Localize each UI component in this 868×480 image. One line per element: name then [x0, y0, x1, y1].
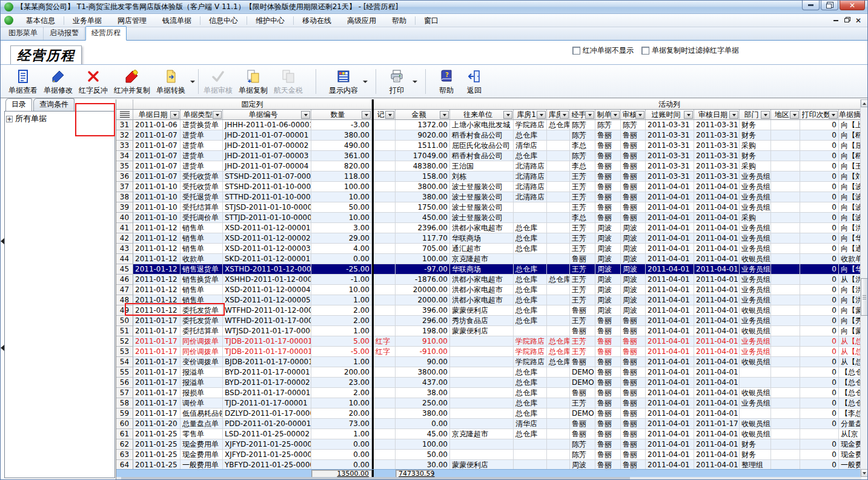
grid-row-37[interactable]: 372011-01-10受托收货单STSHD-2011-01-10-000011… [116, 182, 861, 192]
menu-item-5[interactable]: 信息中心 [201, 14, 246, 27]
column-header-no[interactable]: 单据编号 [223, 110, 311, 120]
grid-row-40[interactable]: 402011-01-10受托调价单STTJD-2011-01-10-000011… [116, 213, 861, 223]
filter-button-qty[interactable] [362, 111, 371, 119]
grid-row-50[interactable]: 502011-01-17委托发货单WTFHD-2011-01-17-000012… [116, 316, 861, 326]
grid-row-61[interactable]: 612011-01-25零售单LSD-2011-01-25-000021.004… [116, 429, 861, 439]
toolbar-button-doc-view[interactable]: 单据查看 [5, 67, 41, 96]
filter-button-partner[interactable] [503, 111, 512, 119]
column-header-prints[interactable]: 打印次数 [800, 110, 839, 120]
menu-item-10[interactable]: 窗口 [416, 14, 446, 27]
grid-row-49[interactable]: 492011-01-12委托发货单WTFHD-2011-01-12-000012… [116, 305, 861, 316]
column-header-date[interactable]: 单据日期 [133, 110, 181, 120]
close-button[interactable]: ✕ [840, 1, 865, 10]
grid-row-41[interactable]: 412011-01-12销售单XSD-2011-01-12-000013.002… [116, 223, 861, 233]
mdi-restore-icon[interactable] [844, 18, 849, 22]
column-header-region[interactable]: 地区 [771, 110, 800, 120]
menu-item-9[interactable]: 帮助 [384, 14, 414, 27]
grid-row-58[interactable]: 582011-01-17调价单TJD-2011-01-17-0000110.00… [116, 398, 861, 408]
menu-item-3[interactable]: 网店管理 [110, 14, 154, 27]
scroll-up-button[interactable] [861, 99, 868, 107]
column-header-audit[interactable]: 审核日期 [694, 110, 740, 120]
scroll-down-button[interactable] [861, 469, 868, 477]
filter-button-flag[interactable] [385, 111, 394, 119]
column-header-handler[interactable]: 经手人 [570, 110, 595, 120]
horizontal-scrollbar-thumb[interactable] [121, 477, 630, 479]
option-hide-reversed-docs[interactable]: 红冲单据不显示 [572, 45, 634, 56]
filter-button-auditor[interactable] [635, 111, 644, 119]
sidebar-tab-1[interactable]: 目录 [5, 98, 32, 111]
dropdown-caret-icon[interactable] [188, 67, 196, 96]
column-header-amt[interactable]: 金额 [396, 110, 450, 120]
filter-button-maker[interactable] [611, 111, 620, 119]
grid-row-36[interactable]: 362011-01-07受托收货单STSHD-2011-01-07-000011… [116, 172, 861, 182]
menu-item-6[interactable]: 维护中心 [248, 14, 293, 27]
grid-row-33[interactable]: 332011-01-07进货单JHD-2011-01-07-00002490.0… [116, 141, 861, 151]
column-header-type[interactable]: 单据类型 [181, 110, 223, 120]
grid-row-60[interactable]: 602011-01-20总量盘点单PDD-2011-01-20-0000173.… [116, 419, 861, 429]
toolbar-button-return-door[interactable]: 返回 [460, 67, 488, 96]
sidebar-tab-2[interactable]: 查询条件 [33, 98, 75, 111]
filter-button-post[interactable] [684, 111, 693, 119]
column-header-partner[interactable]: 往来单位 [450, 110, 514, 120]
toolbar-button-grid-content[interactable]: 显示内容 [326, 67, 361, 96]
mdi-minimize-icon[interactable] [833, 20, 838, 21]
filter-button-date[interactable] [170, 111, 179, 119]
mdi-close-icon[interactable]: ✕ [855, 18, 861, 24]
splitter-arrow-icon[interactable] [1, 345, 4, 351]
grid-row-43[interactable]: 432011-01-12销售单XSD-2011-01-12-000034.007… [116, 244, 861, 254]
grid-row-46[interactable]: 462011-01-12销售换货单XSHHD-2011-01-12-00001-… [116, 275, 861, 285]
toolbar-button-help-book[interactable]: ?帮助 [432, 67, 460, 96]
filter-button-no[interactable] [301, 111, 310, 119]
grid-row-57[interactable]: 572011-01-17报损单BSD-2011-01-17-000012.003… [116, 388, 861, 398]
vertical-scrollbar[interactable] [860, 99, 867, 477]
toolbar-button-red-x[interactable]: 红字反冲 [76, 67, 111, 96]
toolbar-button-printer[interactable]: 打印 [383, 67, 411, 96]
grid-row-59[interactable]: 592011-01-17低值易耗品领用单DZLYD-2011-01-17-000… [116, 408, 861, 419]
grid-row-48[interactable]: 482011-01-12销售单XSD-2011-01-12-000051.002… [116, 295, 861, 305]
filter-button-region[interactable] [790, 111, 799, 119]
grid-row-45[interactable]: 452011-01-12销售退货单XSTHD-2011-01-12-00001-… [116, 264, 861, 275]
option-filter-red-on-copy[interactable]: 单据复制时过滤掉红字单据 [641, 45, 739, 56]
horizontal-scrollbar[interactable] [116, 477, 861, 479]
grid-row-53[interactable]: 532011-01-17同价调拨单TJDB-2011-01-17-00001-5… [116, 347, 861, 357]
grid-row-63[interactable]: 632011-01-25现金费用单XJFYD-2011-01-25-000020… [116, 450, 861, 460]
grid-row-52[interactable]: 522011-01-17同价调拨单TJDB-2011-01-17-000015.… [116, 336, 861, 347]
column-header-post[interactable]: 过账时间 [646, 110, 694, 120]
filter-button-type[interactable] [213, 111, 222, 119]
menu-item-2[interactable]: 业务单据 [65, 14, 110, 27]
menu-item-1[interactable]: 基本信息 [18, 14, 63, 27]
dropdown-caret-icon[interactable] [361, 67, 369, 96]
tab-1[interactable]: 图形菜单 [3, 27, 44, 40]
toolbar-button-doc-copy[interactable]: 单据复制 [236, 67, 271, 96]
column-header-auditor[interactable]: 审核人 [621, 110, 646, 120]
grid-row-47[interactable]: 472011-01-12销售单XSD-2011-01-12-0000410.00… [116, 285, 861, 295]
tree-expand-icon[interactable]: + [6, 116, 13, 122]
column-header-dept[interactable]: 部门 [740, 110, 771, 120]
toolbar-button-edit-pen[interactable]: 单据修改 [41, 67, 76, 96]
tab-2[interactable]: 启动报警 [44, 27, 85, 40]
filter-button-wh1[interactable] [537, 111, 546, 119]
column-header-wh2[interactable]: 库房2 [547, 110, 570, 120]
tree-item-all-documents[interactable]: +所有单据 [6, 113, 113, 124]
grid-row-34[interactable]: 342011-01-07进货单JHD-2011-01-07-00003361.0… [116, 151, 861, 161]
menu-item-7[interactable]: 移动在线 [294, 14, 339, 27]
filter-button-amt[interactable] [440, 111, 449, 119]
scrollbar-thumb[interactable] [861, 278, 868, 316]
grid-row-42[interactable]: 422011-01-12销售单XSD-2011-01-12-0000229.00… [116, 233, 861, 244]
restore-button[interactable] [821, 1, 838, 10]
column-header-flag[interactable]: 记 [374, 110, 396, 120]
grid-row-62[interactable]: 622011-01-25现金费用单XJFYD-2011-01-25-000010… [116, 439, 861, 450]
grid-row-35[interactable]: 352011-01-07进货单JHD-2011-01-07-00004820.0… [116, 161, 861, 172]
grid-row-55[interactable]: 552011-01-17报溢单BYD-2011-01-17-00001200.0… [116, 367, 861, 378]
grid-row-32[interactable]: 322011-01-07进货单JHD-2011-01-07-00001380.0… [116, 130, 861, 141]
grid-row-44[interactable]: 442011-01-12收款单SKD-2011-01-12-000010.001… [116, 254, 861, 264]
menu-item-8[interactable]: 高级应用 [339, 14, 384, 27]
column-header-qty[interactable]: 数量 [311, 110, 372, 120]
filter-button-prints[interactable] [829, 111, 838, 119]
column-header-maker[interactable]: 制单人 [595, 110, 621, 120]
column-header-summary[interactable]: 单据摘要 [839, 110, 861, 120]
filter-button-handler[interactable] [585, 111, 594, 119]
minimize-button[interactable] [802, 1, 820, 10]
column-header-wh1[interactable]: 库房1 [514, 110, 547, 120]
grid-row-31[interactable]: 312011-01-06进货换货单JHHH-2011-01-06-00001-3… [116, 120, 861, 130]
